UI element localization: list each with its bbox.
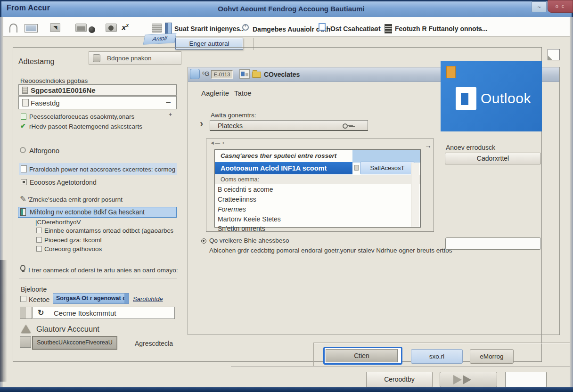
radio-description: Abicohen grdr cedcbttg pomoral endoral g… <box>209 247 452 254</box>
platecks-input[interactable]: Platecks <box>210 120 368 131</box>
tip-text: I trer oanmeck of odersi te artu anies a… <box>28 267 178 274</box>
set-account-button[interactable]: SatlAcesosT <box>360 162 415 174</box>
refresh-field[interactable]: ↻ Cecme Itoskcmmtut <box>33 307 175 319</box>
dialog-title: COveclates <box>264 71 300 78</box>
settings-heading: Adtestamg <box>18 57 54 66</box>
mail-dot <box>108 25 114 31</box>
list-scrollbar[interactable] <box>411 163 419 227</box>
dialog-header-small: ⁶G <box>202 70 209 77</box>
minimize-button[interactable]: ~ <box>532 1 547 12</box>
option-row-highlighted[interactable]: Fraroldoah power not aocsroares cxcerrot… <box>19 163 177 175</box>
field2-icon <box>22 99 29 106</box>
change-button[interactable]: Bdqnoe pnakon <box>89 51 181 65</box>
delete-x-small: x <box>126 23 129 28</box>
gray-chevron-icon-2 <box>463 375 471 384</box>
listbox-corner-highlight <box>352 150 420 163</box>
dialog-tab-2[interactable]: Tatoe <box>234 89 252 97</box>
close-button[interactable]: o c <box>548 0 573 13</box>
sub2-label: Einnbe ooramtamss ortead odtbct (agaoarb… <box>44 227 173 234</box>
pencil-icon: ✎ <box>20 194 26 204</box>
eooosos-label: Eooosos Agetotordond <box>30 179 97 186</box>
sub3-label: Pioeoed gza: tkcoml <box>44 237 102 244</box>
keetoe-icon <box>20 296 26 302</box>
plus-glyph: + <box>244 24 246 28</box>
highlighted-label: Fraroldoah power not aocsroares cxcerrot… <box>29 166 175 173</box>
window-pane <box>77 26 85 31</box>
keetoe-label: Keetoe <box>29 296 49 303</box>
sub3-icon <box>36 237 42 243</box>
refresh-circle-icon[interactable]: + <box>242 24 249 31</box>
cancel-side-button[interactable]: Cadorxrttel <box>445 153 541 164</box>
bottom-checkbox[interactable] <box>20 336 31 348</box>
collapse-minus[interactable]: – <box>166 98 171 107</box>
tab-link[interactable]: Sarotuhtde <box>133 295 163 302</box>
outlook-wordmark: Outlook <box>481 90 531 106</box>
secondary-button[interactable]: sxo.rl <box>411 349 463 364</box>
delete-x-icon[interactable]: xx <box>122 23 129 33</box>
selected-account-row[interactable]: Aootooaum Aclod INF1A scoomt <box>215 162 352 174</box>
key-icon <box>343 123 348 129</box>
side-input-box[interactable] <box>445 237 541 250</box>
field-fasestdg[interactable]: Fasestdg – <box>18 96 177 109</box>
lower-button[interactable]: Ceroodtby <box>366 372 433 387</box>
split-icon[interactable] <box>20 307 32 319</box>
cursor-key-glyphs: ◄—⊸ <box>210 140 224 146</box>
dialog-tab-1[interactable]: Aaglerite <box>201 89 229 97</box>
home-icon[interactable] <box>9 24 17 33</box>
list-item[interactable]: Sn'etkn omrents <box>218 225 265 232</box>
checkbox-icon[interactable] <box>319 23 326 31</box>
list-icon[interactable] <box>152 24 162 33</box>
dot-box-icon <box>21 179 27 185</box>
gray-button[interactable]: SoutbecUAkcconeFiveoreaU <box>32 336 117 350</box>
export-arrow-glyph: ◥ <box>53 24 57 31</box>
window-icon[interactable] <box>75 24 87 32</box>
option-green1-label: Peesscelatforoeucas osaokmty,onars <box>29 113 134 120</box>
field1-icon <box>22 87 28 94</box>
selected-tab[interactable]: SorgasA Ot r agenowat c <box>53 293 129 304</box>
refresh-icon[interactable]: ↻ <box>38 308 44 317</box>
chevron-right-icon[interactable]: › <box>200 118 203 130</box>
globe-icon[interactable] <box>89 26 95 33</box>
rings-icon <box>20 147 26 153</box>
toolbar-caret-icon[interactable] <box>477 28 481 30</box>
tertiary-button[interactable]: eMorrog <box>470 349 514 364</box>
selected-row-label: Mihtolng nv ectonobe Bdkf Ga hesckant <box>30 209 145 216</box>
notes-icon <box>446 66 456 78</box>
warning-title: Glautorv Acccuunt <box>36 325 99 334</box>
list-item[interactable]: Cratteeiinnss <box>218 196 256 203</box>
list-item[interactable]: B ceicdnti s acome <box>218 186 273 193</box>
list-item[interactable]: Martonv Keeie Stetes <box>218 215 281 223</box>
book-icon[interactable] <box>165 23 172 34</box>
app-window: From Accur Oohvt Aeoumt Fendrog Accoung … <box>0 0 573 392</box>
mail-window-icon[interactable] <box>106 24 117 32</box>
option-row-selected[interactable]: Mihtolng nv ectonobe Bdkf Ga hesckant <box>18 207 177 218</box>
toolbar-item-send-receive[interactable]: Suat Srarit inigenyes.. <box>174 25 244 33</box>
primary-button[interactable]: Ctien <box>323 347 402 365</box>
lightbulb-icon <box>20 265 25 271</box>
radio-label[interactable]: Qo vreikere Bhie ahessbeso <box>209 237 289 244</box>
field-supersat[interactable]: Sgpcsat01E0016Ne <box>18 84 177 96</box>
right-edge <box>570 17 573 387</box>
page-icon[interactable] <box>548 49 560 60</box>
database-icon[interactable] <box>385 24 392 33</box>
field-label: Awita gonemtrs: <box>211 112 256 119</box>
arrow-image-button[interactable] <box>440 372 497 387</box>
change-button-label: Bdqnoe pnakon <box>107 55 152 62</box>
toolbar-item-search[interactable]: Feotuzh R Futtanoly onnots... <box>395 25 488 33</box>
blank-button[interactable] <box>505 372 547 387</box>
sub2-icon <box>36 228 42 233</box>
primary-button-label: Ctien <box>326 349 398 362</box>
left-divider <box>19 278 177 278</box>
profile-icon <box>93 54 100 62</box>
field1-value: Sgpcsat01E0016Ne <box>31 86 96 94</box>
list-item[interactable]: Forermes <box>218 205 246 213</box>
sub-item-1[interactable]: |CDerehorthyoV <box>35 219 81 226</box>
image-icon[interactable] <box>25 24 38 33</box>
window-title-left: From Accur <box>7 4 50 12</box>
below-label: Bjeloorte <box>21 286 47 293</box>
expand-plus[interactable]: + <box>169 111 172 118</box>
export-icon[interactable]: ◥ <box>50 23 60 32</box>
radio-button[interactable] <box>201 238 206 244</box>
arrow-right-icon[interactable]: → <box>425 141 432 149</box>
field2-value: Fasestdg <box>31 99 60 107</box>
